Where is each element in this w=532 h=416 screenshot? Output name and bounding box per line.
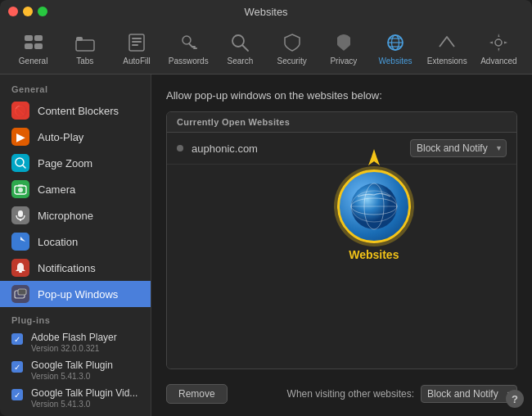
plugin-adobe-flash[interactable]: ✓ Adobe Flash Player Version 32.0.0.321 [0,328,151,356]
svg-rect-8 [132,41,142,43]
toolbar-security[interactable]: Security [267,28,317,69]
svg-rect-7 [132,38,142,39]
svg-rect-0 [25,35,33,41]
sidebar-item-camera-label: Camera [38,183,75,196]
toolbar-advanced[interactable]: Advanced [474,28,524,69]
toolbar-general-label: General [19,57,48,66]
site-dropdown[interactable]: Block and Notify Block Allow [410,139,507,157]
toolbar-privacy[interactable]: Privacy [318,28,368,69]
toolbar-general[interactable]: General [8,28,58,69]
minimize-button[interactable] [23,7,33,16]
advanced-icon [487,31,510,54]
location-icon [11,233,29,251]
plugin-google-talk-vid-text: Google Talk Plugin Vid... Version 5.41.3… [31,387,138,409]
websites-panel: Currently Open Websites auphonic.com Blo… [166,111,517,369]
google-talk-checkbox[interactable]: ✓ [11,361,23,373]
plugin-google-talk[interactable]: ✓ Google Talk Plugin Version 5.41.3.0 [0,356,151,384]
svg-rect-27 [18,210,23,217]
sidebar-item-page-zoom[interactable]: Page Zoom [0,150,151,176]
general-section-label: General [0,81,151,97]
adobe-flash-checkbox[interactable]: ✓ [11,333,23,345]
visiting-dropdown[interactable]: Block and Notify Block Allow [421,385,517,403]
svg-rect-31 [18,289,26,295]
window-controls [8,7,47,16]
toolbar-extensions-label: Extensions [427,57,467,66]
general-icon [22,31,45,54]
plugin-google-talk-vid[interactable]: ✓ Google Talk Plugin Vid... Version 5.41… [0,384,151,412]
svg-rect-13 [193,47,197,49]
sidebar-item-camera[interactable]: Camera [0,176,151,202]
passwords-icon [177,31,200,54]
site-row: auphonic.com Block and Notify Block Allo… [167,133,516,165]
google-talk-vid-checkbox[interactable]: ✓ [11,389,23,400]
sidebar-item-popup-windows-label: Pop-up Windows [38,288,118,301]
privacy-icon [332,31,355,54]
site-name: auphonic.com [192,142,410,155]
svg-rect-2 [25,43,33,49]
svg-rect-9 [132,44,138,46]
sidebar-item-notifications-label: Notifications [38,262,96,274]
bottom-bar: Remove When visiting other websites: Blo… [166,378,517,404]
window-title: Websites [244,6,287,18]
svg-point-21 [495,39,502,46]
panel-header: Currently Open Websites [167,112,516,133]
toolbar: General Tabs AutoFill Passwords Search S… [0,23,532,75]
toolbar-advanced-label: Advanced [480,57,516,66]
main-layout: General 🚫 Content Blockers ▶ Auto-Play P… [0,75,532,416]
toolbar-tabs[interactable]: Tabs [60,28,110,69]
svg-rect-26 [18,184,23,187]
toolbar-search[interactable]: Search [215,28,265,69]
globe-svg [349,182,399,231]
visiting-label: When visiting other websites: [287,388,414,400]
content-blockers-icon: 🚫 [11,102,29,120]
toolbar-autofill[interactable]: AutoFill [111,28,161,69]
svg-rect-5 [76,37,83,41]
site-dropdown-wrapper: Block and Notify Block Allow ▼ [410,139,507,157]
globe-label: Websites [349,248,399,261]
plugin-google-talk-text: Google Talk Plugin Version 5.41.3.0 [31,359,113,381]
sidebar-item-content-blockers[interactable]: 🚫 Content Blockers [0,97,151,124]
svg-line-15 [243,46,249,52]
remove-button[interactable]: Remove [166,384,228,404]
site-bullet [177,145,183,151]
websites-tooltip: Websites [337,149,411,261]
sidebar-item-auto-play[interactable]: ▶ Auto-Play [0,124,151,150]
camera-icon [11,180,29,198]
sidebar-item-microphone[interactable]: Microphone [0,202,151,228]
sidebar-item-location-label: Location [38,236,78,248]
toolbar-websites-label: Websites [379,57,413,66]
visiting-dropdown-wrapper: Block and Notify Block Allow ▼ [421,385,517,403]
svg-point-10 [183,36,191,44]
help-button[interactable]: ? [506,390,524,408]
content-area: Allow pop-up windows on the websites bel… [151,75,532,416]
auto-play-icon: ▶ [11,128,29,146]
svg-point-25 [18,188,23,192]
svg-point-32 [351,183,397,229]
svg-rect-11 [188,43,194,48]
toolbar-passwords[interactable]: Passwords [164,28,214,69]
svg-point-34 [351,198,397,215]
sidebar-item-microphone-label: Microphone [38,210,93,222]
sidebar-item-notifications[interactable]: Notifications [0,255,151,281]
sidebar-item-location[interactable]: Location [0,228,151,255]
titlebar: Websites [0,0,532,23]
toolbar-websites[interactable]: Websites [370,28,420,69]
svg-point-33 [364,183,384,229]
globe-circle [337,170,411,243]
toolbar-tabs-label: Tabs [76,57,93,66]
svg-rect-4 [76,40,94,51]
toolbar-search-label: Search [228,57,254,66]
svg-rect-12 [192,46,196,47]
sidebar-item-content-blockers-label: Content Blockers [38,105,119,117]
svg-line-23 [23,165,25,168]
close-button[interactable] [8,7,18,16]
svg-point-35 [351,191,397,222]
tabs-icon [74,31,97,54]
page-zoom-icon [11,154,29,172]
plugins-section-label: Plug-ins [0,312,151,328]
security-icon [281,31,304,54]
toolbar-extensions[interactable]: Extensions [422,28,472,69]
sidebar-item-popup-windows[interactable]: Pop-up Windows [0,281,151,307]
maximize-button[interactable] [38,7,47,16]
autofill-icon [125,31,148,54]
